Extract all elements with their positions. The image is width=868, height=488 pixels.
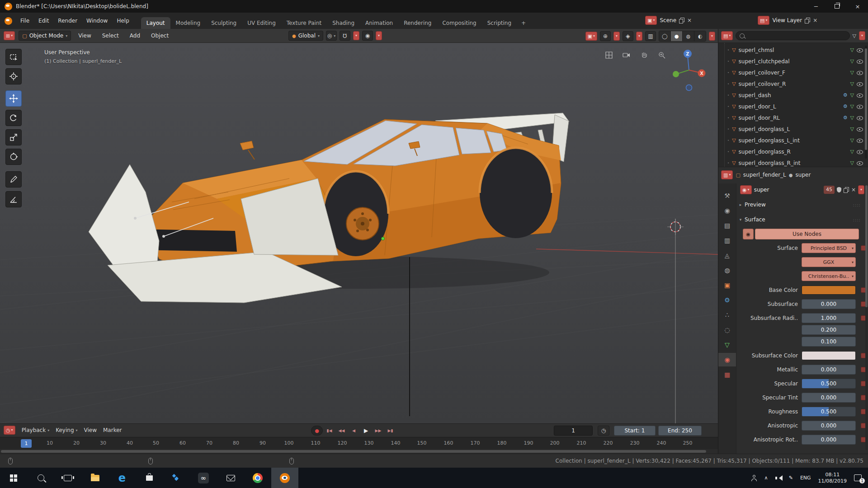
- surface-shader-dropdown[interactable]: Principled BSD▾: [802, 243, 856, 253]
- visibility-eye-icon[interactable]: [857, 70, 863, 75]
- tab-scripting[interactable]: Scripting: [482, 17, 517, 29]
- subsurface-method-dropdown[interactable]: Christensen-Bu..▾: [802, 271, 856, 281]
- disclosure-dot-icon[interactable]: •: [727, 105, 729, 108]
- timeline-ruler[interactable]: 1 10 20 30 40 50 60 70 80 90 100 110 120…: [0, 437, 718, 449]
- object-name[interactable]: superl_clutchpedal: [739, 58, 848, 65]
- tab-object[interactable]: ▣: [718, 278, 736, 292]
- clock[interactable]: 08:11 11/08/2019: [818, 472, 847, 484]
- tab-modeling[interactable]: Modeling: [170, 17, 206, 29]
- anisotropic-field[interactable]: 0.000: [802, 421, 856, 431]
- store-button[interactable]: [136, 468, 163, 488]
- disclosure-dot-icon[interactable]: •: [727, 71, 729, 75]
- frame-end-field[interactable]: End:250: [658, 426, 702, 436]
- tab-texture[interactable]: ▦: [718, 368, 736, 381]
- material-name-field[interactable]: super: [754, 187, 821, 193]
- tab-tool[interactable]: ⚒: [718, 189, 736, 202]
- tab-physics[interactable]: ◌: [718, 323, 736, 337]
- camera-view-button[interactable]: [620, 48, 633, 62]
- visibility-eye-icon[interactable]: [857, 59, 863, 64]
- language-indicator[interactable]: ENG: [800, 475, 811, 481]
- roughness-slider[interactable]: 0.500: [802, 407, 856, 417]
- tab-layout[interactable]: Layout: [141, 17, 170, 29]
- menu-render[interactable]: Render: [53, 13, 82, 29]
- shading-solid-button[interactable]: ●: [671, 31, 683, 41]
- shading-material-button[interactable]: ◍: [683, 31, 694, 41]
- transform-orientation-dropdown[interactable]: ●Global▾: [288, 31, 323, 41]
- disclosure-dot-icon[interactable]: •: [727, 82, 729, 86]
- properties-scrollbar-thumb[interactable]: [865, 185, 868, 307]
- tab-material[interactable]: ◉: [718, 353, 736, 366]
- snap-settings-dropdown[interactable]: ▾: [353, 31, 359, 40]
- use-nodes-button[interactable]: Use Nodes: [755, 229, 859, 239]
- specular-slider[interactable]: 0.500: [802, 379, 856, 389]
- node-tree-icon[interactable]: ◉: [743, 229, 754, 239]
- playhead[interactable]: 1: [21, 439, 32, 448]
- object-name[interactable]: superl_doorglass_L_int: [739, 137, 848, 144]
- object-name[interactable]: superl_coilover_F: [739, 70, 848, 76]
- timeline-editor-type-button[interactable]: ◷▾: [4, 426, 15, 435]
- new-view-layer-icon[interactable]: [805, 18, 810, 23]
- base-color-swatch[interactable]: [802, 286, 856, 295]
- unlink-scene-button[interactable]: ×: [687, 17, 692, 23]
- outliner-row[interactable]: •▽superl_doorglass_R_int▽: [718, 157, 868, 167]
- outliner-row[interactable]: •▽superl_doorglass_L▽: [718, 123, 868, 135]
- object-name[interactable]: superl_doorglass_R_int: [739, 160, 848, 166]
- proportional-editing-dropdown[interactable]: ▾: [376, 31, 382, 40]
- app-menu-blender-icon[interactable]: [5, 17, 12, 25]
- filter-dropdown[interactable]: ▾: [859, 31, 865, 40]
- outliner-search-input[interactable]: [736, 31, 849, 40]
- shading-wireframe-button[interactable]: ◯: [659, 31, 671, 41]
- jump-to-start-button[interactable]: ▮◀: [324, 426, 335, 436]
- jump-to-end-button[interactable]: ▶▮: [385, 426, 396, 436]
- add-workspace-button[interactable]: +: [517, 17, 530, 29]
- tool-cursor[interactable]: [5, 68, 22, 84]
- panel-preview[interactable]: ▸ Preview ::::: [736, 199, 865, 210]
- menu-view[interactable]: View: [75, 33, 94, 39]
- outliner-panel[interactable]: •▽superl_chmsl▽ •▽superl_clutchpedal▽ •▽…: [718, 43, 868, 167]
- properties-scrollbar[interactable]: [865, 185, 868, 450]
- previous-keyframe-button[interactable]: ◀◀: [336, 426, 347, 436]
- disclosure-dot-icon[interactable]: •: [727, 94, 729, 97]
- outliner-scrollbar[interactable]: [865, 46, 867, 159]
- mail-button[interactable]: [217, 468, 244, 488]
- object-name[interactable]: superl_door_RL: [739, 115, 840, 121]
- object-name[interactable]: superl_chmsl: [739, 47, 848, 53]
- metallic-field[interactable]: 0.000: [802, 365, 856, 375]
- menu-add[interactable]: Add: [126, 33, 144, 39]
- tab-particles[interactable]: ∴: [718, 308, 736, 322]
- snap-toggle[interactable]: Ω: [340, 31, 350, 41]
- tab-view-layer[interactable]: ▥: [718, 234, 736, 247]
- taskbar-search-button[interactable]: [27, 468, 54, 488]
- breadcrumb-object-name[interactable]: superl_fender_L: [743, 172, 786, 178]
- tab-animation[interactable]: Animation: [360, 17, 398, 29]
- blender-taskbar-button[interactable]: [271, 468, 298, 488]
- material-specials-dropdown[interactable]: ▾: [858, 185, 864, 194]
- browse-view-layer-button[interactable]: ▤▾: [758, 16, 769, 25]
- outliner-row[interactable]: •▽superl_door_RL⚙▽: [718, 112, 868, 123]
- start-button[interactable]: [0, 468, 27, 488]
- marker-menu[interactable]: Marker: [103, 427, 122, 433]
- remove-view-layer-button[interactable]: ×: [813, 17, 817, 23]
- subsurface-radius-z-field[interactable]: 0.100: [802, 337, 856, 347]
- tool-measure[interactable]: [5, 191, 22, 207]
- tab-object-data[interactable]: ▽: [718, 338, 736, 352]
- anisotropic-rotation-field[interactable]: 0.000: [802, 435, 856, 445]
- material-users-count[interactable]: 45: [824, 186, 835, 194]
- gizmos-dropdown[interactable]: ▾: [613, 32, 620, 41]
- task-view-button[interactable]: [54, 468, 81, 488]
- specular-tint-field[interactable]: 0.000: [802, 393, 856, 403]
- visibility-eye-icon[interactable]: [857, 47, 863, 53]
- use-preview-range-toggle[interactable]: ◷: [598, 426, 609, 436]
- menu-object[interactable]: Object: [147, 33, 172, 39]
- play-reverse-button[interactable]: ◀: [348, 426, 359, 436]
- close-button[interactable]: ×: [847, 0, 868, 13]
- viewport-canvas[interactable]: Z X: [0, 43, 718, 423]
- outliner-editor-type-button[interactable]: ▤▾: [721, 31, 733, 40]
- scene-name[interactable]: Scene: [660, 17, 676, 23]
- dropbox-button[interactable]: [163, 468, 190, 488]
- object-name[interactable]: superl_doorglass_L: [739, 126, 848, 132]
- subsurface-radius-x-field[interactable]: 1.000: [802, 313, 856, 323]
- mode-dropdown[interactable]: ▢Object Mode▾: [19, 31, 71, 41]
- menu-help[interactable]: Help: [112, 13, 133, 29]
- menu-select[interactable]: Select: [99, 33, 123, 39]
